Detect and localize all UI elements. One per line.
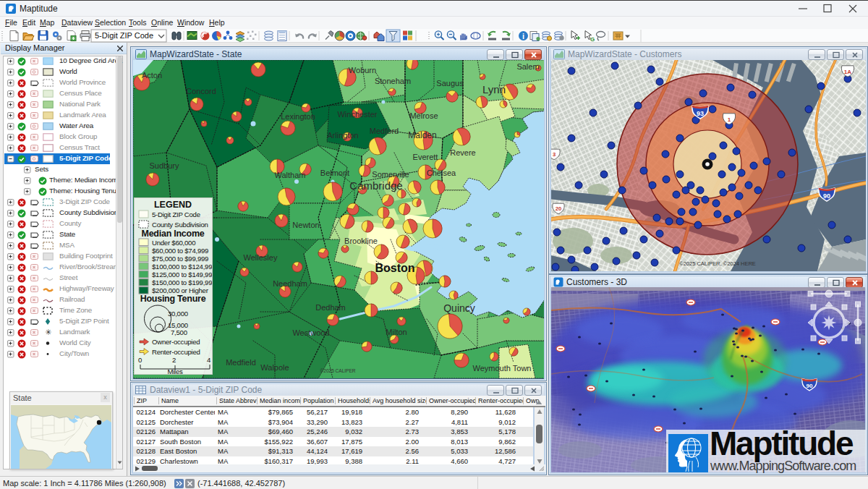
svg-text:Arlington: Arlington (327, 131, 358, 140)
svg-text:5-Digit ZIP Code: 5-Digit ZIP Code (95, 31, 153, 40)
svg-text:Somerville: Somerville (372, 170, 409, 179)
svg-text:i: i (522, 32, 524, 41)
svg-text:Wellesley: Wellesley (244, 253, 278, 262)
svg-text:Revere: Revere (450, 148, 475, 157)
svg-text:Boston: Boston (375, 262, 414, 274)
svg-text:5-Digit ZIP Code: 5-Digit ZIP Code (152, 211, 200, 218)
svg-text:$100,000 to $124,999: $100,000 to $124,999 (152, 263, 212, 271)
svg-text:90: 90 (806, 383, 813, 389)
svg-text:Needham: Needham (273, 279, 307, 288)
svg-text:Everett: Everett (413, 153, 438, 161)
svg-text:Stoneham: Stoneham (375, 77, 411, 85)
svg-text:30,000: 30,000 (168, 310, 188, 318)
svg-text:County Subdivision: County Subdivision (152, 221, 208, 229)
svg-text:0: 0 (138, 356, 142, 364)
svg-text:7,500: 7,500 (171, 328, 187, 336)
svg-text:1: 1 (728, 116, 731, 123)
svg-text:Newton: Newton (292, 221, 319, 229)
svg-text:Winchester: Winchester (337, 110, 377, 119)
svg-text:Belmont: Belmont (320, 169, 349, 177)
svg-text:$75,000 to $99,999: $75,000 to $99,999 (152, 255, 208, 263)
svg-text:LEGEND: LEGEND (154, 200, 192, 210)
svg-text:4: 4 (207, 356, 211, 364)
svg-text:Quincy: Quincy (443, 302, 475, 314)
svg-text:$125,000 to $149,999: $125,000 to $149,999 (152, 271, 212, 278)
svg-text:1A: 1A (844, 69, 852, 75)
svg-text:Waltham: Waltham (275, 171, 306, 179)
svg-text:Woburn: Woburn (349, 66, 376, 75)
svg-text:Owner-occupied: Owner-occupied (152, 338, 200, 346)
svg-text:Malden: Malden (408, 130, 436, 140)
svg-text:G: G (590, 36, 595, 43)
svg-text:3: 3 (553, 151, 556, 158)
svg-text:Saugus: Saugus (436, 79, 464, 88)
svg-text:Housing Tenure: Housing Tenure (140, 294, 206, 304)
svg-text:Salem: Salem (516, 62, 539, 71)
svg-text:Walpole: Walpole (260, 363, 289, 372)
svg-text:$150,000 to $199,999: $150,000 to $199,999 (152, 278, 212, 286)
svg-text:Lynn: Lynn (482, 83, 506, 95)
svg-text:©2025 CALIPER: ©2025 CALIPER (320, 368, 356, 373)
svg-text:Melrose: Melrose (409, 111, 438, 120)
svg-text:Brookline: Brookline (344, 237, 378, 245)
svg-text:2: 2 (172, 356, 176, 364)
svg-text:Renter-occupied: Renter-occupied (152, 348, 200, 356)
svg-text:Concord: Concord (186, 87, 216, 95)
svg-text:Dedham: Dedham (315, 303, 346, 312)
svg-text:Medfield: Medfield (226, 358, 256, 367)
svg-text:Westwood: Westwood (292, 328, 329, 337)
svg-text:Lexington: Lexington (281, 112, 315, 121)
svg-text:20: 20 (556, 205, 562, 212)
svg-text:©2025 CALIPER, ©2024 HERE: ©2025 CALIPER, ©2024 HERE (679, 260, 756, 267)
svg-text:$60,000 to $74,999: $60,000 to $74,999 (152, 247, 208, 255)
svg-text:90: 90 (823, 192, 830, 200)
svg-text:Acton: Acton (142, 71, 162, 80)
svg-text:Chelsea: Chelsea (427, 169, 456, 177)
svg-text:Medford: Medford (370, 127, 399, 135)
svg-text:Cambridge: Cambridge (349, 179, 402, 192)
svg-text:Sudbury: Sudbury (150, 161, 179, 170)
svg-text:Miles: Miles (167, 367, 183, 374)
svg-text:Weymouth Town: Weymouth Town (473, 364, 532, 373)
svg-text:93: 93 (697, 110, 704, 117)
svg-text:Milton: Milton (386, 328, 407, 336)
svg-text:Median Income: Median Income (141, 229, 204, 239)
svg-text:Under $60,000: Under $60,000 (152, 239, 195, 247)
